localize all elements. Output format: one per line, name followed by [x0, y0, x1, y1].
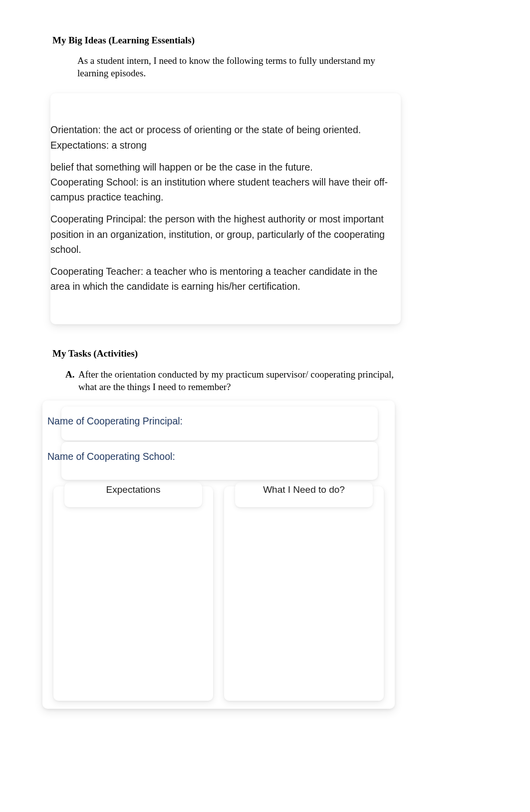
todo-header: What I Need to do?: [263, 484, 345, 495]
todo-header-tab: What I Need to do?: [235, 482, 373, 507]
principal-label: Name of Cooperating Principal:: [47, 415, 384, 427]
expectations-header: Expectations: [106, 484, 161, 495]
tasks-heading: My Tasks (Activities): [52, 348, 399, 359]
definition-cooperating-principal: Cooperating Principal: the person with t…: [50, 211, 393, 257]
principal-field-row: Name of Cooperating Principal:: [53, 415, 384, 427]
definitions-card: Orientation: the act or process of orien…: [50, 93, 401, 324]
task-item-a: A.After the orientation conducted by my …: [78, 368, 399, 394]
definition-orientation: Orientation: the act or process of orien…: [50, 122, 393, 152]
page-content: My Big Ideas (Learning Essentials) As a …: [52, 35, 399, 709]
worksheet-card: Name of Cooperating Principal: Name of C…: [42, 401, 395, 709]
task-marker-a: A.: [65, 368, 78, 381]
big-ideas-heading: My Big Ideas (Learning Essentials): [52, 35, 399, 46]
big-ideas-intro: As a student intern, I need to know the …: [77, 55, 399, 79]
definition-cooperating-teacher: Cooperating Teacher: a teacher who is me…: [50, 264, 393, 294]
task-text-a: After the orientation conducted by my pr…: [78, 369, 394, 393]
definition-cooperating-school: belief that something will happen or be …: [50, 160, 393, 205]
school-field-row: Name of Cooperating School:: [53, 451, 384, 462]
expectations-header-tab: Expectations: [64, 482, 202, 507]
expectations-column[interactable]: Expectations: [53, 486, 213, 701]
school-label: Name of Cooperating School:: [47, 451, 384, 462]
todo-column[interactable]: What I Need to do?: [224, 486, 384, 701]
columns-row: Expectations What I Need to do?: [53, 486, 384, 701]
